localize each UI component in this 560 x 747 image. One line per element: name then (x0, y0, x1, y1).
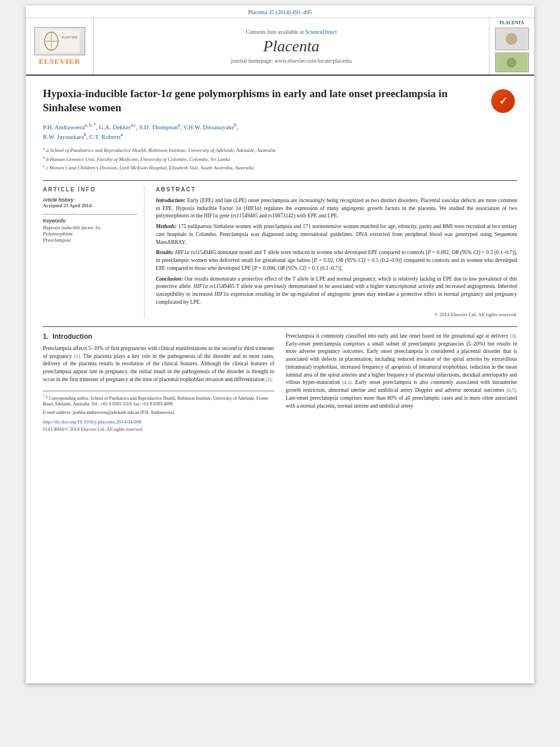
abstract-methods: Methods: 175 nulliparous Sinhalese women… (156, 223, 517, 246)
intro-para-right-1: Preeclampsia is commonly classified into… (286, 333, 517, 410)
author-jayasekara: R.W. Jayasekara (43, 133, 84, 140)
journal-header: ELSEVIER ELSEVIER Contents lists availab… (26, 18, 534, 76)
crossmark-icon: ✓ (491, 89, 515, 113)
abstract-text: Introduction: Early (EPE) and late (LPE)… (156, 197, 517, 318)
section-title-text: Introduction (53, 333, 92, 340)
title-section: Hypoxia-inducible factor-1α gene polymor… (43, 87, 517, 115)
affiliation-b: b b Human Genetics Unit, Faculty of Medi… (43, 155, 517, 164)
intro-para-1: Preeclampsia affects 5–10% of first preg… (43, 345, 274, 384)
keyword-2: Polymorphism (43, 231, 137, 237)
footnotes-area: * * Corresponding author. School of Paed… (43, 391, 274, 432)
journal-logo-area: PLACENTA (489, 18, 534, 75)
crossmark-badge[interactable]: ✓ (489, 87, 517, 115)
keyword-1: Hypoxia inducible factor 1α (43, 225, 137, 230)
abstract-results: Results: HIF1α rs11549465 dominant model… (156, 249, 517, 272)
author-andraweera: P.H. Andraweera (43, 124, 85, 130)
article-content: Hypoxia-inducible factor-1α gene polymor… (26, 76, 534, 443)
section-number: 1. (43, 333, 49, 340)
sci-direct-label: Contents lists available at (246, 29, 303, 35)
affiliation-c: c c Women's and Children's Division, Lye… (43, 163, 517, 172)
content-divider (43, 326, 517, 327)
abstract-col: ABSTRACT Introduction: Early (EPE) and l… (156, 186, 517, 318)
abstract-intro: Introduction: Early (EPE) and late (LPE)… (156, 197, 517, 220)
author-thompson: S.D. Thompson (139, 124, 178, 130)
svg-text:ELSEVIER: ELSEVIER (62, 36, 77, 39)
copyright-bottom: 0143-4004/© 2014 Elsevier Ltd. All right… (43, 426, 274, 432)
author-roberts: C.T. Roberts (89, 133, 121, 140)
journal-citation-bar: Placenta 35 (2014) 491–495 (26, 6, 534, 18)
keyword-3: Preeclampsia (43, 237, 137, 243)
journal-title-area: Contents lists available at ScienceDirec… (94, 18, 489, 75)
publisher-logo-area: ELSEVIER ELSEVIER (26, 18, 94, 75)
corresponding-author-footnote: * * Corresponding author. School of Paed… (43, 395, 274, 408)
keywords-label: Keywords: (43, 218, 137, 224)
elsevier-logo: ELSEVIER ELSEVIER (34, 27, 85, 66)
accepted-date: Accepted 21 April 2014 (43, 203, 91, 208)
article-info-header: ARTICLE INFO (43, 186, 137, 193)
abstract-copyright: © 2014 Elsevier Ltd. All rights reserved… (156, 311, 517, 318)
abstract-conclusion: Conclusion: Our results demonstrate a pr… (156, 276, 517, 307)
article-history: Article history: Accepted 21 April 2014 (43, 197, 137, 208)
sci-direct-info: Contents lists available at ScienceDirec… (246, 29, 336, 35)
doi-link[interactable]: http://dx.doi.org/10.1016/j.placenta.201… (43, 419, 274, 425)
affiliations: a a School of Paediatrics and Reproducti… (43, 146, 517, 172)
article-info-abstract: ARTICLE INFO Article history: Accepted 2… (43, 180, 517, 318)
intro-left-col: 1. Introduction Preeclampsia affects 5–1… (43, 333, 274, 432)
email-address: prabha.andraweera@adelaide.edu.au (P.H. … (73, 410, 175, 415)
journal-homepage: journal homepage: www.elsevier.com/locat… (231, 58, 352, 64)
citation-text: Placenta 35 (2014) 491–495 (248, 9, 312, 15)
author-dekker: G.A. Dekker (99, 124, 131, 130)
abstract-header: ABSTRACT (156, 186, 517, 193)
homepage-label: journal homepage: www.elsevier.com/locat… (231, 58, 352, 64)
placenta-logo-text: PLACENTA (500, 20, 524, 25)
article-info-col: ARTICLE INFO Article history: Accepted 2… (43, 186, 145, 318)
intro-body-text-left: Preeclampsia affects 5–10% of first preg… (43, 345, 274, 384)
email-footnote: E-mail address: prabha.andraweera@adelai… (43, 409, 274, 416)
svg-point-8 (507, 58, 516, 67)
placenta-image-thumbnail (495, 53, 529, 72)
svg-point-6 (506, 33, 517, 45)
authors-list: P.H. Andraweeraa, b, *, G.A. Dekkera,c, … (43, 122, 517, 141)
intro-right-col: Preeclampsia is commonly classified into… (286, 333, 517, 432)
history-label: Article history: (43, 197, 75, 203)
email-label: E-mail address: (43, 410, 72, 415)
sci-direct-link[interactable]: ScienceDirect (305, 29, 336, 35)
placenta-logo-icon (495, 28, 529, 50)
article-page: Placenta 35 (2014) 491–495 ELSEVIER ELSE… (26, 6, 534, 683)
intro-section-title: 1. Introduction (43, 333, 274, 340)
elsevier-brand-text: ELSEVIER (39, 57, 81, 66)
author-dissanayake: V.H.W. Dissanayake (183, 124, 234, 130)
intro-body-text-right: Preeclampsia is commonly classified into… (286, 333, 517, 410)
article-title: Hypoxia-inducible factor-1α gene polymor… (43, 87, 480, 115)
elsevier-image-icon: ELSEVIER (34, 27, 85, 55)
journal-name: Placenta (263, 37, 320, 55)
affiliation-a: a a School of Paediatrics and Reproducti… (43, 146, 517, 155)
introduction-section: 1. Introduction Preeclampsia affects 5–1… (43, 333, 517, 432)
